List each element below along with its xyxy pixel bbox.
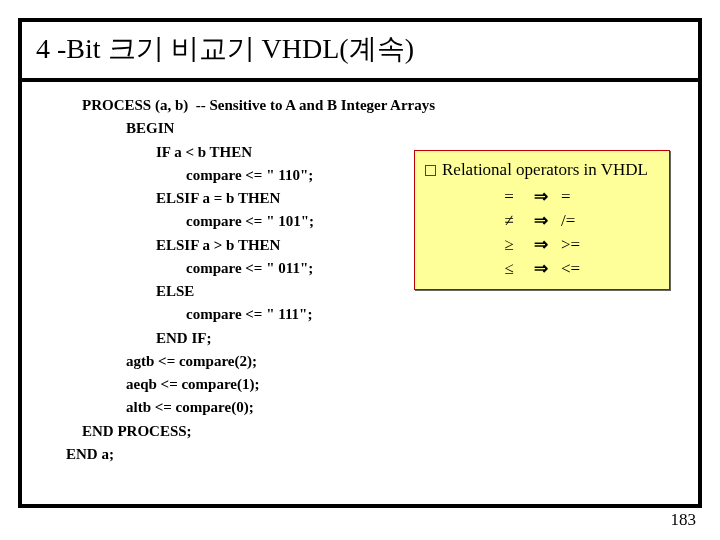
code-line: END a; [66,443,680,466]
slide-frame: 4 -Bit 크기 비교기 VHDL(계속) PROCESS (a, b) --… [18,18,702,508]
code-line: compare <= " 111"; [66,303,680,326]
relops-vhdl: >= [561,233,589,257]
relops-symbol: = [497,185,521,209]
relops-vhdl: = [561,185,589,209]
relops-row: ≤ ⇒ <= [425,257,661,281]
slide-content: PROCESS (a, b) -- Sensitive to A and B I… [22,82,698,476]
arrow-icon: ⇒ [529,185,553,209]
relops-vhdl: <= [561,257,589,281]
page-number: 183 [671,510,697,530]
relops-heading-text: Relational operators in VHDL [442,160,648,179]
code-line: altb <= compare(0); [66,396,680,419]
relops-symbol: ≠ [497,209,521,233]
code-line: aeqb <= compare(1); [66,373,680,396]
relops-row: ≥ ⇒ >= [425,233,661,257]
code-line: END IF; [66,327,680,350]
relops-symbol: ≤ [497,257,521,281]
relops-row: ≠ ⇒ /= [425,209,661,233]
slide-title: 4 -Bit 크기 비교기 VHDL(계속) [22,22,698,82]
arrow-icon: ⇒ [529,257,553,281]
relops-vhdl: /= [561,209,589,233]
square-bullet-icon [425,165,436,176]
code-line: PROCESS (a, b) -- Sensitive to A and B I… [66,94,680,117]
relops-heading: Relational operators in VHDL [425,157,661,183]
relops-symbol: ≥ [497,233,521,257]
code-line: END PROCESS; [66,420,680,443]
relational-operators-box: Relational operators in VHDL = ⇒ = ≠ ⇒ /… [414,150,670,290]
arrow-icon: ⇒ [529,209,553,233]
arrow-icon: ⇒ [529,233,553,257]
code-line: BEGIN [66,117,680,140]
relops-row: = ⇒ = [425,185,661,209]
code-line: agtb <= compare(2); [66,350,680,373]
